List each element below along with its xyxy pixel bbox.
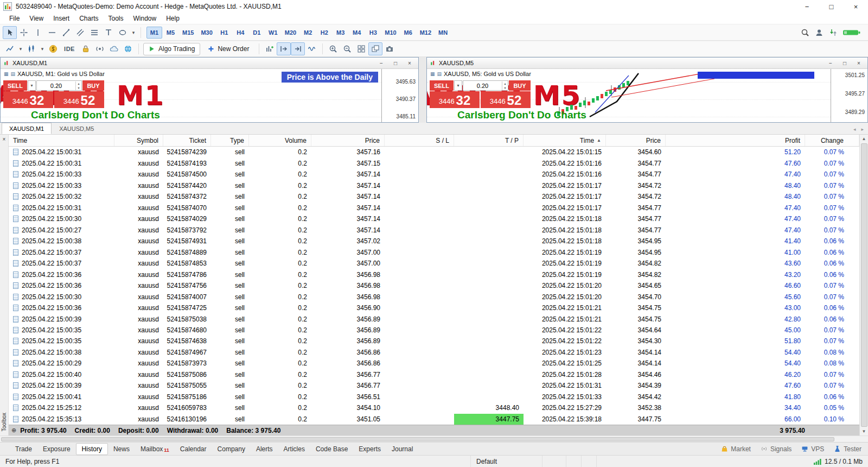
period-dropdown-icon[interactable]: ▾ xyxy=(39,42,46,55)
timeframe-m15[interactable]: M15 xyxy=(179,27,197,39)
history-row[interactable]: 2025.04.22 15:00:39xauusd52415875038sell… xyxy=(9,313,859,324)
indicator-icon[interactable] xyxy=(305,42,319,55)
search-button[interactable] xyxy=(798,26,812,39)
vertical-line-tool-button[interactable] xyxy=(31,26,45,39)
bottom-tab-experts[interactable]: Experts xyxy=(353,444,386,455)
market-button[interactable]: Market xyxy=(721,445,751,453)
crosshair-tool-button[interactable] xyxy=(17,26,31,39)
text-tool-button[interactable] xyxy=(101,26,116,39)
history-row[interactable]: 2025.04.22 15:00:30xauusd52415874029sell… xyxy=(9,213,859,224)
timeframe-m6[interactable]: M6 xyxy=(400,27,416,39)
ide-button[interactable]: IDE xyxy=(60,42,79,55)
history-row[interactable]: 2025.04.22 15:00:38xauusd52415874931sell… xyxy=(9,236,859,247)
history-row[interactable]: 2025.04.22 15:00:35xauusd52415874680sell… xyxy=(9,325,859,336)
history-row[interactable]: 2025.04.22 15:00:37xauusd52415874853sell… xyxy=(9,258,859,269)
ask-price-display[interactable]: 344652 xyxy=(481,91,531,108)
chart-canvas[interactable]: XAUUSD M1 Carlsberg Don't Do Charts Pric… xyxy=(1,69,418,122)
history-row[interactable]: 2025.04.22 15:00:30xauusd52415874007sell… xyxy=(9,291,859,302)
history-row[interactable]: 2025.04.22 15:25:12xauusd52416059783sell… xyxy=(9,402,859,413)
history-row[interactable]: 2025.04.22 15:00:32xauusd52415874372sell… xyxy=(9,191,859,202)
history-row[interactable]: 2025.04.22 15:00:38xauusd52415874967sell… xyxy=(9,347,859,358)
menu-tools[interactable]: Tools xyxy=(104,14,129,23)
timeframe-m5[interactable]: M5 xyxy=(163,27,178,39)
bottom-tab-calendar[interactable]: Calendar xyxy=(175,444,212,455)
channel-tool-button[interactable] xyxy=(73,26,87,39)
new-bar-icon[interactable] xyxy=(263,42,277,55)
zoom-in-icon[interactable] xyxy=(326,42,340,55)
history-row[interactable]: 2025.04.22 15:00:41xauusd52415875186sell… xyxy=(9,392,859,402)
status-profile[interactable]: Default xyxy=(471,456,542,467)
timeframe-m1[interactable]: M1 xyxy=(146,27,162,39)
column-header-sl[interactable]: S / L xyxy=(385,135,454,146)
auto-scroll-icon[interactable] xyxy=(291,42,305,55)
history-row[interactable]: 2025.04.22 15:00:31xauusd52415874070sell… xyxy=(9,202,859,213)
volume-input[interactable]: 0.20 ▴▾ xyxy=(36,80,82,91)
column-header-close-price[interactable]: Price xyxy=(606,135,666,146)
trendline-tool-button[interactable] xyxy=(59,26,73,39)
timeframe-h4[interactable]: H4 xyxy=(233,27,248,39)
menu-help[interactable]: Help xyxy=(161,14,184,23)
bottom-tab-news[interactable]: News xyxy=(108,444,135,455)
buy-button[interactable]: BUY xyxy=(82,80,104,91)
volume-dropdown-button[interactable]: ▾ xyxy=(28,80,36,91)
column-header-profit[interactable]: Profit xyxy=(666,135,805,146)
menu-charts[interactable]: Charts xyxy=(74,14,103,23)
volume-input[interactable]: 0.20 ▴▾ xyxy=(463,80,508,91)
connection-icon[interactable] xyxy=(826,26,840,39)
history-row[interactable]: 2025.04.22 15:00:39xauusd52415875055sell… xyxy=(9,380,859,391)
chart-restore-button[interactable]: □ xyxy=(390,59,401,67)
timeframe-mn[interactable]: MN xyxy=(435,27,451,39)
chart-canvas[interactable]: XAUUSD M5 Carlsberg Don't Do Charts xyxy=(427,69,867,122)
vps-button[interactable]: VPS xyxy=(801,445,824,453)
buy-button[interactable]: BUY xyxy=(509,80,531,91)
history-row[interactable]: 2025.04.22 15:00:35xauusd52415874638sell… xyxy=(9,336,859,346)
minimize-button[interactable]: − xyxy=(795,0,819,13)
plus-circle-icon[interactable]: ⊕ xyxy=(11,427,16,434)
timeframe-d1[interactable]: D1 xyxy=(249,27,265,39)
timeframe-h1[interactable]: H1 xyxy=(216,27,232,39)
history-row[interactable]: 2025.04.22 15:00:33xauusd52415874500sell… xyxy=(9,169,859,180)
timeframe-w1[interactable]: W1 xyxy=(265,27,281,39)
bottom-tab-exposure[interactable]: Exposure xyxy=(37,444,76,455)
timeframe-m3[interactable]: M3 xyxy=(333,27,348,39)
scroll-down-icon[interactable]: ▼ xyxy=(862,427,866,436)
timeframe-m2[interactable]: M2 xyxy=(300,27,316,39)
ask-price-display[interactable]: 344652 xyxy=(54,91,104,108)
maximize-button[interactable]: □ xyxy=(819,0,844,13)
tab-scroll-left-icon[interactable]: ◂ xyxy=(853,127,856,132)
chart-shift-icon[interactable] xyxy=(277,42,291,55)
chart-window-xauusd-m5[interactable]: XAUUSD,M5 − □ × XAUUSD M5 Carlsberg Don'… xyxy=(426,57,868,123)
close-button[interactable]: × xyxy=(844,0,868,13)
account-button[interactable] xyxy=(812,26,826,39)
chart-tab-xauusd-m1[interactable]: XAUUSD,M1 xyxy=(2,123,52,134)
column-header-ticket[interactable]: Ticket xyxy=(163,135,211,146)
column-header-tp[interactable]: T / P xyxy=(454,135,524,146)
bottom-tab-mailbox[interactable]: Mailbox11 xyxy=(135,444,175,455)
chart-restore-button[interactable]: □ xyxy=(839,59,851,67)
column-header-type[interactable]: Type xyxy=(211,135,249,146)
price-scale[interactable]: 3501.25 3495.27 3489.29 xyxy=(831,69,867,122)
line-chart-type-icon[interactable] xyxy=(3,42,17,55)
column-header-volume[interactable]: Volume xyxy=(249,135,311,146)
shapes-dropdown-button[interactable]: ▾ xyxy=(130,26,137,39)
cloud-icon[interactable] xyxy=(107,42,121,55)
tester-button[interactable]: Tester xyxy=(834,445,861,453)
sell-button[interactable]: SELL xyxy=(3,80,27,91)
tab-scroll-right-icon[interactable]: ▸ xyxy=(861,127,864,132)
volume-dropdown-button[interactable]: ▾ xyxy=(454,80,462,91)
menu-insert[interactable]: Insert xyxy=(48,14,74,23)
toolbox-close-button[interactable]: × xyxy=(3,135,6,144)
menu-window[interactable]: Window xyxy=(129,14,162,23)
screenshot-icon[interactable] xyxy=(382,42,397,55)
chart-minimize-button[interactable]: − xyxy=(375,59,387,67)
chart-window-xauusd-m1[interactable]: XAUUSD,M1 − □ × XAUUSD M1 Carlsberg Don'… xyxy=(0,57,419,123)
cascade-windows-icon[interactable] xyxy=(368,42,382,55)
volume-up-icon[interactable]: ▴ xyxy=(76,81,81,86)
bottom-tab-journal[interactable]: Journal xyxy=(386,444,418,455)
timeframe-m10[interactable]: M10 xyxy=(381,27,399,39)
column-header-symbol[interactable]: Symbol xyxy=(114,135,163,146)
timeframe-m30[interactable]: M30 xyxy=(197,27,215,39)
bottom-tab-articles[interactable]: Articles xyxy=(278,444,310,455)
algo-trading-button[interactable]: Algo Trading xyxy=(143,43,200,55)
history-row[interactable]: 2025.04.22 15:00:37xauusd52415874889sell… xyxy=(9,247,859,257)
